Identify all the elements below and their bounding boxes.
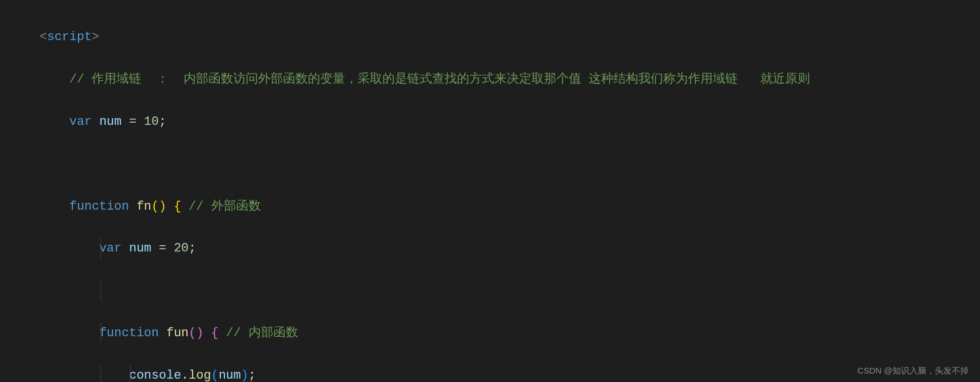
semicolon: ; — [159, 115, 166, 129]
code-line: function fn() { // 外部函数 — [40, 196, 969, 217]
code-line: <script> — [40, 27, 969, 47]
paren-open: ( — [151, 199, 159, 214]
dot: . — [181, 368, 189, 382]
code-line: // 作用域链 ： 内部函数访问外部函数的变量，采取的是链式查找的方式来决定取那… — [40, 69, 969, 90]
keyword-var: var — [69, 115, 92, 129]
brace-open: { — [211, 326, 219, 340]
tag-bracket: > — [92, 30, 99, 44]
watermark-text: CSDN @知识入脑，头发不掉 — [857, 363, 969, 378]
semicolon: ; — [189, 241, 196, 255]
code-editor[interactable]: <script> // 作用域链 ： 内部函数访问外部函数的变量，采取的是链式查… — [0, 0, 980, 382]
paren-close: ) — [196, 326, 203, 340]
argument: num — [219, 368, 241, 382]
number-literal: 10 — [144, 115, 159, 129]
paren-close: ) — [241, 368, 248, 382]
code-line: console.log(num); — [40, 365, 969, 382]
comment: // 作用域链 ： 内部函数访问外部函数的变量，采取的是链式查找的方式来决定取那… — [69, 72, 810, 86]
code-line-empty — [40, 154, 969, 175]
operator: = — [121, 115, 144, 129]
keyword-function: function — [69, 199, 129, 214]
method-name: log — [189, 368, 211, 382]
code-line: var num = 10; — [40, 111, 969, 132]
semicolon: ; — [249, 368, 256, 382]
code-line: function fun() { // 内部函数 — [40, 323, 969, 344]
code-line: var num = 20; — [40, 238, 969, 259]
tag-name: script — [47, 30, 92, 44]
code-line-empty — [40, 280, 969, 301]
tag-bracket: < — [40, 30, 47, 44]
keyword-function: function — [99, 326, 159, 340]
function-name: fun — [166, 326, 189, 340]
paren-open: ( — [189, 326, 196, 340]
console-object: console — [129, 368, 181, 382]
variable-name: num — [99, 115, 122, 129]
variable-name: num — [129, 241, 151, 255]
paren-open: ( — [211, 368, 219, 382]
keyword-var: var — [99, 241, 122, 255]
number-literal: 20 — [174, 241, 189, 255]
operator: = — [151, 241, 174, 255]
comment: // 内部函数 — [226, 326, 298, 340]
paren-close: ) — [159, 199, 166, 214]
brace-open: { — [174, 199, 181, 214]
comment: // 外部函数 — [189, 199, 261, 214]
function-name: fn — [137, 199, 151, 214]
